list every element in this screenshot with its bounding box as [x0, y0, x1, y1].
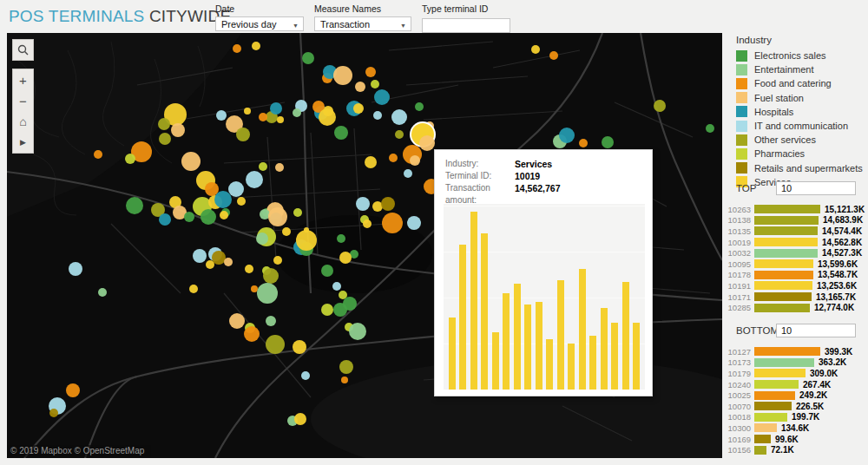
map-bubble[interactable] — [252, 42, 260, 50]
terminal-bar[interactable] — [754, 369, 806, 377]
map-bubble[interactable] — [256, 232, 268, 245]
terminal-row[interactable]: 1003214,527.3K — [727, 247, 868, 259]
map-bubble[interactable] — [293, 340, 306, 354]
legend-item[interactable]: Electronics sales — [736, 49, 863, 62]
map-bubble[interactable] — [237, 197, 246, 206]
bottom-count-input[interactable] — [776, 324, 856, 337]
map-bubble[interactable] — [374, 89, 390, 105]
map-bubble[interactable] — [228, 181, 244, 197]
zoom-in-button[interactable]: + — [13, 69, 33, 90]
map-bubble[interactable] — [337, 234, 345, 243]
terminal-bar[interactable] — [754, 391, 795, 400]
map-bubble[interactable] — [559, 128, 575, 143]
terminal-bar[interactable] — [754, 435, 771, 443]
map-bubble[interactable] — [410, 155, 420, 166]
map-bubble[interactable] — [216, 110, 227, 121]
terminal-row[interactable]: 10018199.7K — [727, 412, 868, 423]
map-bubble[interactable] — [332, 282, 341, 291]
map-bubble[interactable] — [206, 260, 214, 269]
map-bubble[interactable] — [268, 207, 287, 226]
terminal-bar[interactable] — [754, 358, 814, 367]
terminal-bar[interactable] — [754, 249, 818, 258]
map-bubble[interactable] — [181, 152, 201, 171]
map-bubble[interactable] — [69, 262, 82, 276]
tooltip-chart-bar[interactable] — [492, 332, 499, 390]
terminal-bar[interactable] — [754, 238, 818, 246]
terminal-row[interactable]: 1013814,683.9K — [727, 215, 868, 226]
map-bubble[interactable] — [334, 126, 348, 140]
map-bubble[interactable] — [391, 109, 407, 125]
legend-item[interactable]: Fuel station — [736, 91, 863, 105]
legend-item[interactable]: Entertainment — [736, 62, 863, 76]
home-button[interactable]: ⌂ — [13, 111, 33, 132]
map-bubble[interactable] — [98, 288, 107, 297]
tooltip-chart-bar[interactable] — [470, 212, 477, 390]
terminal-bar[interactable] — [754, 413, 787, 422]
map-bubble[interactable] — [333, 66, 352, 85]
terminal-row[interactable]: 1009513,599.6K — [727, 259, 868, 270]
map-bubble[interactable] — [381, 197, 395, 211]
terminal-row[interactable]: 1026315,121.3K — [727, 204, 868, 215]
map-bubble[interactable] — [549, 51, 558, 60]
map-bubble[interactable] — [602, 136, 614, 148]
map-bubble[interactable] — [126, 197, 143, 214]
map-bubble[interactable] — [273, 256, 282, 265]
map-bubble[interactable] — [189, 285, 198, 293]
map-bubble[interactable] — [275, 163, 284, 172]
legend-item[interactable]: Hospitals — [736, 105, 863, 119]
map-bubble[interactable] — [531, 45, 540, 54]
map-bubble[interactable] — [353, 103, 364, 114]
terminal-bar[interactable] — [754, 205, 820, 213]
map-bubble[interactable] — [244, 108, 251, 115]
map-bubble[interactable] — [382, 213, 403, 233]
terminal-row[interactable]: 1017113,165.7K — [727, 291, 868, 303]
tooltip-chart-bar[interactable] — [557, 280, 564, 390]
map-bubble[interactable] — [302, 52, 314, 64]
map-bubble[interactable] — [244, 326, 260, 342]
map-bubble[interactable] — [266, 335, 285, 354]
map-bubble[interactable] — [356, 197, 370, 211]
terminal-bar[interactable] — [754, 347, 820, 356]
measure-dropdown[interactable]: Transaction amount ▼ — [314, 16, 411, 31]
map-bubble[interactable] — [579, 139, 588, 147]
date-dropdown[interactable]: Previous day ▼ — [215, 16, 304, 31]
terminal-row[interactable]: 1001914,562.8K — [727, 237, 868, 248]
map-bubble[interactable] — [159, 133, 171, 145]
terminal-row[interactable]: 10300134.6K — [727, 422, 868, 434]
legend-item[interactable]: Pharmacies — [736, 147, 863, 160]
map-bubble[interactable] — [158, 118, 170, 130]
map-bubble[interactable] — [193, 249, 207, 263]
terminal-row[interactable]: 10127399.3K — [727, 346, 868, 357]
tooltip-chart-bar[interactable] — [459, 245, 466, 390]
terminal-row[interactable]: 1019113,253.6K — [727, 280, 868, 291]
map-bubble[interactable] — [407, 216, 421, 230]
terminal-row[interactable]: 1017813,548.7K — [727, 270, 868, 281]
terminal-bar[interactable] — [754, 216, 819, 225]
map-bubble[interactable] — [184, 212, 194, 222]
map-bubble[interactable] — [706, 124, 714, 133]
map-canvas[interactable]: + − ⌂ ▶ Industry:ServicesTerminal ID:100… — [7, 33, 722, 458]
map-bubble[interactable] — [339, 252, 352, 264]
map-bubble[interactable] — [233, 44, 241, 53]
map-bubble[interactable] — [49, 409, 58, 417]
map-bubble[interactable] — [263, 268, 279, 284]
map-bubble[interactable] — [159, 213, 171, 226]
terminal-bar[interactable] — [754, 446, 766, 455]
map-bubble[interactable] — [94, 150, 102, 159]
map-bubble[interactable] — [349, 323, 366, 340]
tooltip-chart-bar[interactable] — [622, 282, 629, 390]
map-bubble[interactable] — [224, 258, 233, 266]
terminal-bar[interactable] — [754, 380, 799, 389]
map-bubble[interactable] — [229, 313, 245, 329]
tooltip-chart-bar[interactable] — [546, 339, 553, 390]
map-bubble[interactable] — [246, 171, 263, 188]
terminal-row[interactable]: 10070226.5K — [727, 401, 868, 412]
map-bubble[interactable] — [282, 227, 291, 236]
tooltip-chart-bar[interactable] — [601, 308, 608, 390]
map-bubble[interactable] — [341, 377, 348, 383]
map-bubble[interactable] — [404, 169, 412, 178]
terminal-bar[interactable] — [754, 304, 810, 312]
map-bubble[interactable] — [257, 283, 278, 304]
terminal-row[interactable]: 1013514,574.4K — [727, 226, 868, 237]
top-count-input[interactable] — [776, 181, 856, 195]
